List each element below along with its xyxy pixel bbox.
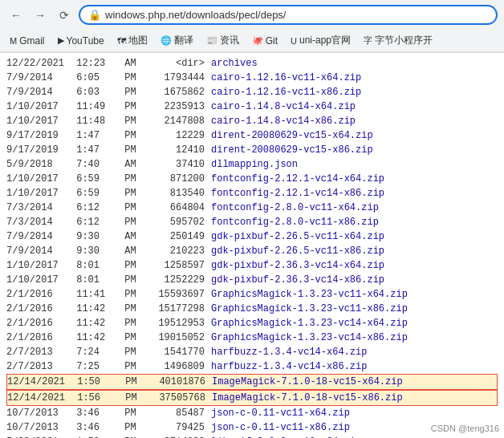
col-name[interactable]: json-c-0.11-vc11-x64.zip: [211, 406, 350, 420]
file-row: 5/22/2021 1:50 PM 3714833 libavif-0.9.0-…: [6, 435, 498, 438]
file-link[interactable]: cairo-1.14.8-vc14-x86.zip: [211, 116, 356, 127]
file-row: 2/7/2013 7:25 PM 1496809 harfbuzz-1.3.4-…: [6, 359, 498, 374]
file-link[interactable]: json-c-0.11-vc11-x86.zip: [211, 422, 350, 433]
col-name[interactable]: ImageMagick-7.1.0-18-vc15-x64.zip: [212, 375, 403, 389]
nav-bar: ← → ⟳ 🔒 windows.php.net/downloads/pecl/d…: [0, 0, 504, 30]
col-time: 11:49: [71, 99, 119, 114]
col-size: 12410: [139, 143, 211, 157]
col-name[interactable]: harfbuzz-1.3.4-vc14-x64.zip: [211, 345, 367, 359]
col-name[interactable]: GraphicsMagick-1.3.23-vc11-x64.zip: [211, 287, 408, 302]
file-link[interactable]: dllmapping.json: [211, 159, 298, 170]
bookmark-label: Gmail: [19, 35, 44, 47]
bookmark-item[interactable]: ▶YouTube: [55, 34, 108, 48]
col-name[interactable]: ImageMagick-7.1.0-18-vc15-x86.zip: [212, 391, 403, 405]
col-name[interactable]: GraphicsMagick-1.3.23-vc14-x64.zip: [211, 316, 408, 331]
file-link[interactable]: fontconfig-2.8.0-vc11-x64.zip: [211, 202, 379, 213]
file-link[interactable]: ImageMagick-7.1.0-18-vc15-x64.zip: [212, 376, 403, 387]
col-name[interactable]: gdk-pixbuf-2.26.5-vc11-x64.zip: [211, 229, 384, 244]
file-link[interactable]: cairo-1.12.16-vc11-x64.zip: [211, 72, 361, 83]
col-ampm: PM: [119, 316, 139, 331]
col-name[interactable]: gdk-pixbuf-2.36.3-vc14-x64.zip: [211, 258, 384, 273]
col-name[interactable]: dirent-20080629-vc15-x64.zip: [211, 128, 373, 143]
bookmark-item[interactable]: Uuni-app官网: [287, 32, 354, 49]
col-ampm: PM: [119, 359, 139, 374]
col-name[interactable]: dirent-20080629-vc15-x86.zip: [211, 143, 373, 157]
col-date: 12/14/2021: [7, 391, 71, 405]
col-name[interactable]: gdk-pixbuf-2.26.5-vc11-x86.zip: [211, 244, 384, 258]
col-name[interactable]: cairo-1.12.16-vc11-x64.zip: [211, 71, 361, 85]
back-button[interactable]: ←: [6, 6, 26, 25]
col-name[interactable]: gdk-pixbuf-2.36.3-vc14-x86.zip: [211, 273, 384, 287]
col-ampm: PM: [120, 375, 140, 389]
file-link[interactable]: gdk-pixbuf-2.36.3-vc14-x86.zip: [211, 274, 384, 286]
file-link[interactable]: fontconfig-2.12.1-vc14-x64.zip: [211, 173, 384, 185]
bookmark-label: 地图: [128, 34, 148, 47]
file-link[interactable]: GraphicsMagick-1.3.23-vc11-x86.zip: [211, 303, 408, 314]
bookmark-item[interactable]: 🌐翻译: [157, 32, 197, 49]
col-ampm: PM: [119, 406, 139, 420]
col-name[interactable]: cairo-1.12.16-vc11-x86.zip: [211, 85, 361, 99]
file-row: 12/14/2021 1:50 PM 40101876 ImageMagick-…: [6, 374, 498, 390]
col-name[interactable]: json-c-0.11-vc11-x86.zip: [211, 420, 350, 435]
file-link[interactable]: gdk-pixbuf-2.26.5-vc11-x86.zip: [211, 245, 384, 257]
file-row: 2/1/2016 11:41 PM 15593697 GraphicsMagic…: [6, 287, 498, 302]
file-link[interactable]: GraphicsMagick-1.3.23-vc14-x64.zip: [211, 318, 408, 329]
col-date: 7/9/2014: [6, 244, 71, 258]
bookmark-item[interactable]: 字字节小程序开: [360, 32, 436, 49]
file-link[interactable]: fontconfig-2.12.1-vc14-x86.zip: [211, 188, 384, 199]
file-link[interactable]: gdk-pixbuf-2.26.5-vc11-x64.zip: [211, 231, 384, 242]
file-link[interactable]: harfbuzz-1.3.4-vc14-x86.zip: [211, 361, 367, 372]
col-name[interactable]: harfbuzz-1.3.4-vc14-x86.zip: [211, 359, 367, 374]
col-name[interactable]: cairo-1.14.8-vc14-x86.zip: [211, 114, 356, 128]
col-size: 1258597: [139, 258, 211, 273]
col-date: 10/7/2013: [6, 406, 71, 420]
col-date: 1/10/2017: [6, 99, 71, 114]
file-row: 1/10/2017 8:01 PM 1258597 gdk-pixbuf-2.3…: [6, 258, 498, 273]
col-size: 1496809: [139, 359, 211, 374]
bookmark-item[interactable]: 🐙Git: [249, 34, 281, 48]
col-ampm: PM: [119, 302, 139, 316]
col-name[interactable]: GraphicsMagick-1.3.23-vc14-x86.zip: [211, 331, 408, 345]
col-name[interactable]: fontconfig-2.12.1-vc14-x64.zip: [211, 172, 384, 186]
file-link[interactable]: dirent-20080629-vc15-x64.zip: [211, 130, 373, 141]
file-link[interactable]: gdk-pixbuf-2.36.3-vc14-x64.zip: [211, 260, 384, 271]
reload-button[interactable]: ⟳: [55, 6, 74, 25]
col-name[interactable]: libavif-0.9.0-vs16-x64.zip: [211, 435, 361, 438]
file-link[interactable]: GraphicsMagick-1.3.23-vc14-x86.zip: [211, 332, 408, 343]
file-link[interactable]: ImageMagick-7.1.0-18-vc15-x86.zip: [212, 392, 403, 404]
col-name[interactable]: fontconfig-2.8.0-vc11-x64.zip: [211, 201, 379, 215]
col-size: 3714833: [139, 435, 211, 438]
bookmark-item[interactable]: MGmail: [6, 34, 48, 48]
col-ampm: PM: [119, 85, 139, 99]
file-link[interactable]: cairo-1.14.8-vc14-x64.zip: [211, 101, 356, 112]
col-name[interactable]: fontconfig-2.12.1-vc14-x86.zip: [211, 186, 384, 201]
col-date: 2/1/2016: [6, 302, 71, 316]
forward-button[interactable]: →: [30, 6, 50, 25]
file-link[interactable]: json-c-0.11-vc11-x64.zip: [211, 408, 350, 419]
col-name[interactable]: dllmapping.json: [211, 157, 298, 172]
bookmark-item[interactable]: 🗺地图: [114, 32, 151, 49]
file-link[interactable]: archives: [211, 58, 258, 69]
file-link[interactable]: cairo-1.12.16-vc11-x86.zip: [211, 87, 361, 98]
bookmark-item[interactable]: 📰资讯: [203, 32, 242, 49]
col-time: 6:05: [71, 71, 119, 85]
col-date: 1/10/2017: [6, 258, 71, 273]
col-name[interactable]: fontconfig-2.8.0-vc11-x86.zip: [211, 215, 379, 229]
file-link[interactable]: harfbuzz-1.3.4-vc14-x64.zip: [211, 347, 367, 358]
file-link[interactable]: GraphicsMagick-1.3.23-vc11-x64.zip: [211, 289, 408, 300]
col-name[interactable]: GraphicsMagick-1.3.23-vc11-x86.zip: [211, 302, 408, 316]
col-size: 1793444: [139, 71, 211, 85]
lock-icon: 🔒: [88, 9, 101, 21]
col-time: 1:56: [71, 391, 120, 405]
col-time: 11:42: [71, 316, 119, 331]
col-name[interactable]: cairo-1.14.8-vc14-x64.zip: [211, 99, 356, 114]
col-name[interactable]: archives: [211, 56, 258, 71]
address-bar[interactable]: 🔒 windows.php.net/downloads/pecl/deps/: [79, 5, 498, 25]
col-date: 1/10/2017: [6, 172, 71, 186]
file-link[interactable]: dirent-20080629-vc15-x86.zip: [211, 144, 373, 156]
file-row: 2/7/2013 7:24 PM 1541770 harfbuzz-1.3.4-…: [6, 345, 498, 359]
col-time: 7:25: [71, 359, 119, 374]
file-row: 10/7/2013 3:46 PM 79425 json-c-0.11-vc11…: [6, 420, 498, 435]
file-link[interactable]: fontconfig-2.8.0-vc11-x86.zip: [211, 217, 379, 228]
col-time: 6:12: [71, 201, 119, 215]
